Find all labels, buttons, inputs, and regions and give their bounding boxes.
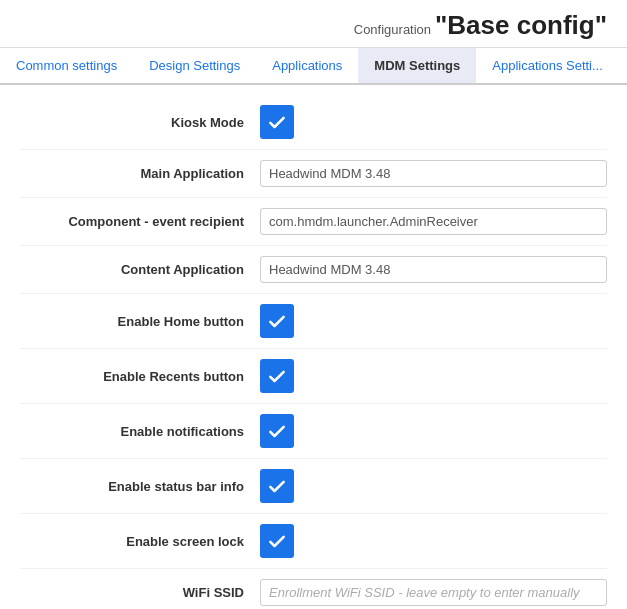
form-row-enable-screen-lock: Enable screen lock [20, 514, 607, 569]
checkbox-enable-screen-lock[interactable] [260, 524, 294, 558]
control-enable-screen-lock [260, 524, 607, 558]
control-content-application [260, 256, 607, 283]
tab-mdm-settings[interactable]: MDM Settings [358, 48, 476, 85]
form-row-enable-recents-button: Enable Recents button [20, 349, 607, 404]
control-enable-notifications [260, 414, 607, 448]
form-row-component-event-recipient: Component - event recipient [20, 198, 607, 246]
form-row-enable-home-button: Enable Home button [20, 294, 607, 349]
form-row-enable-notifications: Enable notifications [20, 404, 607, 459]
main-content: Kiosk Mode Main ApplicationComponent - e… [0, 85, 627, 609]
control-enable-home-button [260, 304, 607, 338]
control-enable-recents-button [260, 359, 607, 393]
label-enable-home-button: Enable Home button [20, 314, 260, 329]
checkbox-enable-status-bar-info[interactable] [260, 469, 294, 503]
label-main-application: Main Application [20, 166, 260, 181]
label-enable-status-bar-info: Enable status bar info [20, 479, 260, 494]
checkbox-enable-notifications[interactable] [260, 414, 294, 448]
tab-design-settings[interactable]: Design Settings [133, 48, 256, 85]
input-main-application[interactable] [260, 160, 607, 187]
input-content-application[interactable] [260, 256, 607, 283]
checkbox-enable-recents-button[interactable] [260, 359, 294, 393]
tab-applications-settings[interactable]: Applications Setti... [476, 48, 619, 85]
label-enable-screen-lock: Enable screen lock [20, 534, 260, 549]
label-wifi-ssid: WiFi SSID [20, 585, 260, 600]
tab-applications[interactable]: Applications [256, 48, 358, 85]
control-main-application [260, 160, 607, 187]
label-enable-notifications: Enable notifications [20, 424, 260, 439]
control-enable-status-bar-info [260, 469, 607, 503]
checkbox-enable-home-button[interactable] [260, 304, 294, 338]
control-kiosk-mode [260, 105, 607, 139]
tab-bar: Common settingsDesign SettingsApplicatio… [0, 48, 627, 85]
label-component-event-recipient: Component - event recipient [20, 214, 260, 229]
control-wifi-ssid [260, 579, 607, 606]
page-title: "Base config" [435, 10, 607, 40]
form-row-wifi-ssid: WiFi SSID [20, 569, 607, 609]
control-component-event-recipient [260, 208, 607, 235]
form-row-main-application: Main Application [20, 150, 607, 198]
tab-common-settings[interactable]: Common settings [0, 48, 133, 85]
config-label: Configuration [354, 22, 431, 37]
form-row-content-application: Content Application [20, 246, 607, 294]
checkbox-kiosk-mode[interactable] [260, 105, 294, 139]
page-header: Configuration "Base config" [0, 0, 627, 48]
label-kiosk-mode: Kiosk Mode [20, 115, 260, 130]
label-enable-recents-button: Enable Recents button [20, 369, 260, 384]
label-content-application: Content Application [20, 262, 260, 277]
input-component-event-recipient[interactable] [260, 208, 607, 235]
input-wifi-ssid[interactable] [260, 579, 607, 606]
form-row-enable-status-bar-info: Enable status bar info [20, 459, 607, 514]
form-row-kiosk-mode: Kiosk Mode [20, 95, 607, 150]
